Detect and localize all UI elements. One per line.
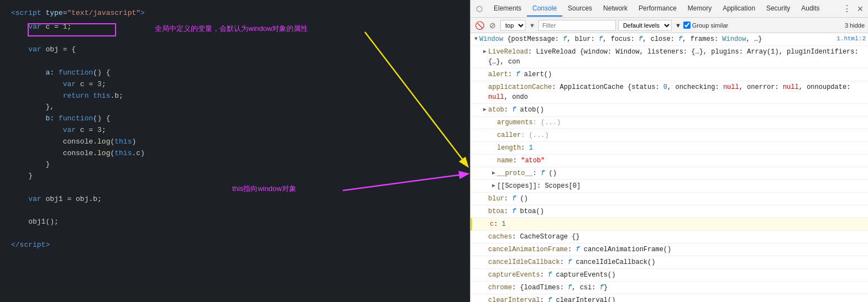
expand-arrow-scopes[interactable] [490, 181, 497, 190]
console-entry-name[interactable]: name: "atob" [470, 155, 868, 167]
console-entry-c[interactable]: c: 1 [470, 218, 868, 231]
code-line: obj1(); [11, 216, 459, 228]
console-text-scopes: [[Scopes]]: Scopes[0] [497, 181, 866, 191]
console-entry-scopes[interactable]: [[Scopes]]: Scopes[0] [470, 180, 868, 193]
console-toolbar: 🚫 ⊘ top ▼ Default levels ▼ Group similar… [470, 18, 868, 33]
annotation-global: 全局中定义的变量，会默认为window对象的属性 [155, 23, 308, 35]
console-text-c: c: 1 [490, 219, 866, 229]
console-entry-btoa[interactable]: btoa: f btoa() [470, 205, 868, 218]
console-text-ci: clearInterval: f clearInterval() [488, 295, 866, 302]
hidden-count: 3 hidde [845, 22, 865, 29]
console-text-chrome: chrome: {loadTimes: f, csi: f} [488, 283, 866, 293]
code-line: } [11, 159, 459, 171]
devtools-more-icon[interactable]: ⋮ [841, 3, 853, 14]
code-line: </script> [11, 240, 459, 251]
console-text-proto: __proto__: f () [497, 168, 866, 178]
console-output[interactable]: Window {postMessage: f, blur: f, focus: … [470, 33, 868, 302]
code-line: }, [11, 102, 459, 113]
console-entry-livereload[interactable]: LiveReload: LiveReload {window: Window, … [470, 46, 868, 68]
devtools-inspect-icon[interactable]: ⬡ [473, 2, 486, 15]
console-text-caches: caches: CacheStorage {} [488, 232, 866, 242]
code-line [11, 228, 459, 240]
highlight-box [28, 23, 116, 36]
tab-application[interactable]: Application [717, 1, 761, 17]
devtools-panel: ⬡ Elements Console Sources Network Perfo… [470, 0, 868, 302]
code-line: var c = 3; [11, 79, 459, 91]
console-text-livereload: LiveReload: LiveReload {window: Window, … [488, 47, 866, 67]
group-similar-checkbox[interactable] [683, 22, 691, 29]
console-entry-cic[interactable]: cancelIdleCallback: f cancelIdleCallback… [470, 256, 868, 269]
code-line: var obj = { [11, 44, 459, 56]
console-entry-blur[interactable]: blur: f () [470, 193, 868, 205]
code-line: } [11, 171, 459, 182]
console-text-atob: atob: f atob() [488, 105, 866, 115]
console-entry-caches[interactable]: caches: CacheStorage {} [470, 231, 868, 243]
expand-arrow-proto[interactable] [490, 168, 497, 177]
console-filter-icon[interactable]: ⊘ [487, 20, 498, 31]
code-line: console.log(this) [11, 136, 459, 148]
group-similar-label[interactable]: Group similar [683, 22, 728, 29]
console-entry-caf[interactable]: cancelAnimationFrame: f cancelAnimationF… [470, 243, 868, 256]
console-entry-ci[interactable]: clearInterval: f clearInterval() [470, 294, 868, 302]
code-line: var c = 3; [11, 125, 459, 136]
tab-performance[interactable]: Performance [633, 1, 682, 17]
file-ref-window[interactable]: 1.html:2 [836, 34, 866, 44]
console-entry-arguments[interactable]: arguments: (...) [470, 116, 868, 129]
code-line: <script type="text/javascript"> [11, 8, 459, 19]
expand-arrow-window[interactable] [473, 34, 479, 43]
expand-arrow-livereload[interactable] [482, 47, 488, 56]
console-clear-icon[interactable]: 🚫 [474, 20, 485, 31]
console-context-select[interactable]: top [500, 20, 526, 31]
levels-dropdown-arrow: ▼ [675, 22, 681, 29]
group-similar-text: Group similar [692, 22, 728, 29]
console-text-alert: alert: f alert() [488, 70, 866, 80]
devtools-tabs: ⬡ Elements Console Sources Network Perfo… [470, 0, 868, 18]
tab-console[interactable]: Console [527, 1, 562, 17]
console-text-window: Window {postMessage: f, blur: f, focus: … [479, 34, 836, 44]
tab-elements[interactable]: Elements [488, 1, 527, 17]
console-text-appcache: applicationCache: ApplicationCache {stat… [488, 82, 866, 102]
console-text-blur: blur: f () [488, 194, 866, 204]
console-text-length: length: 1 [497, 143, 866, 153]
console-text-name: name: "atob" [497, 156, 866, 166]
console-levels-select[interactable]: Default levels [618, 20, 672, 31]
console-text-ce: captureEvents: f captureEvents() [488, 270, 866, 280]
code-line: a: function() { [11, 67, 459, 79]
console-text-caf: cancelAnimationFrame: f cancelAnimationF… [488, 245, 866, 255]
code-line: b: function() { [11, 113, 459, 125]
console-entry-proto[interactable]: __proto__: f () [470, 167, 868, 180]
console-text-caller: caller: (...) [497, 130, 866, 140]
console-entry-alert[interactable]: alert: f alert() [470, 68, 868, 81]
code-line: return this.b; [11, 91, 459, 102]
tab-sources[interactable]: Sources [562, 1, 598, 17]
devtools-close-icon[interactable]: ✕ [855, 3, 866, 14]
console-entry-appcache[interactable]: applicationCache: ApplicationCache {stat… [470, 81, 868, 104]
tab-security[interactable]: Security [761, 1, 796, 17]
console-entry-window[interactable]: Window {postMessage: f, blur: f, focus: … [470, 33, 868, 46]
console-entry-ce[interactable]: captureEvents: f captureEvents() [470, 269, 868, 282]
code-line [11, 56, 459, 67]
console-filter-input[interactable] [538, 20, 616, 31]
code-editor: 全局中定义的变量，会默认为window对象的属性 <script type="t… [0, 0, 470, 302]
code-line [11, 205, 459, 217]
console-entry-chrome[interactable]: chrome: {loadTimes: f, csi: f} [470, 282, 868, 294]
console-text-arguments: arguments: (...) [497, 118, 866, 128]
console-entry-caller[interactable]: caller: (...) [470, 129, 868, 142]
console-entry-atob[interactable]: atob: f atob() [470, 104, 868, 116]
tab-audits[interactable]: Audits [796, 1, 825, 17]
expand-arrow-atob[interactable] [482, 105, 488, 114]
console-entry-length[interactable]: length: 1 [470, 142, 868, 155]
tab-memory[interactable]: Memory [682, 1, 717, 17]
console-text-cic: cancelIdleCallback: f cancelIdleCallback… [488, 257, 866, 267]
code-line: console.log(this.c) [11, 148, 459, 160]
console-text-btoa: btoa: f btoa() [488, 206, 866, 216]
tab-network[interactable]: Network [598, 1, 633, 17]
code-line: var obj1 = obj.b; [11, 194, 459, 205]
context-dropdown-arrow: ▼ [529, 22, 535, 29]
annotation-this: this指向window对象 [232, 183, 296, 195]
